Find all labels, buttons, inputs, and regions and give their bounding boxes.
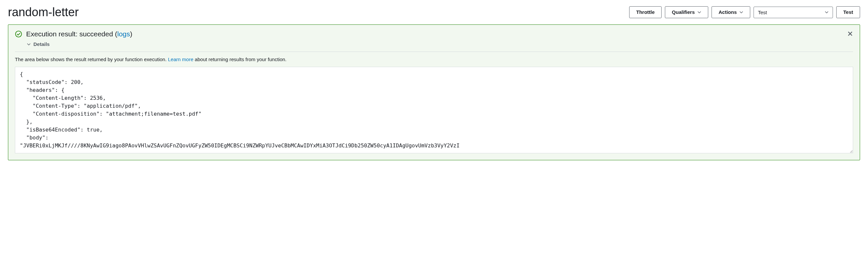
result-title: Execution result: succeeded (logs): [26, 30, 132, 38]
details-label: Details: [33, 41, 50, 47]
details-toggle[interactable]: Details: [27, 41, 50, 47]
actions-button[interactable]: Actions: [712, 6, 750, 18]
success-icon: [15, 30, 22, 38]
result-title-prefix: Execution result: succeeded (: [26, 30, 117, 38]
result-code-output[interactable]: { "statusCode": 200, "headers": { "Conte…: [15, 67, 853, 153]
chevron-down-icon: [739, 10, 743, 14]
test-event-selected: Test: [758, 9, 767, 15]
test-button-label: Test: [843, 9, 853, 15]
throttle-button[interactable]: Throttle: [629, 6, 661, 18]
learn-more-link[interactable]: Learn more: [168, 57, 193, 62]
result-header: Execution result: succeeded (logs): [15, 30, 853, 38]
logs-link[interactable]: logs: [117, 30, 130, 38]
chevron-down-icon: [27, 42, 31, 46]
throttle-label: Throttle: [636, 9, 655, 15]
svg-point-0: [16, 31, 22, 37]
actions-label: Actions: [718, 9, 737, 15]
function-title: random-letter: [8, 5, 79, 19]
chevron-down-icon: [825, 9, 829, 15]
header-row: random-letter Throttle Qualifiers Action…: [8, 5, 860, 19]
divider: [15, 52, 853, 52]
result-description: The area below shows the result returned…: [15, 57, 853, 62]
close-button[interactable]: [846, 29, 855, 39]
qualifiers-button[interactable]: Qualifiers: [665, 6, 708, 18]
description-after: about returning results from your functi…: [193, 57, 286, 62]
description-before: The area below shows the result returned…: [15, 57, 168, 62]
header-actions: Throttle Qualifiers Actions Test Test: [629, 6, 860, 18]
execution-result-panel: Execution result: succeeded (logs) Detai…: [8, 25, 860, 160]
qualifiers-label: Qualifiers: [672, 9, 695, 15]
chevron-down-icon: [697, 10, 701, 14]
result-title-suffix: ): [130, 30, 132, 38]
test-event-select[interactable]: Test: [753, 7, 833, 18]
close-icon: [847, 31, 853, 38]
test-button[interactable]: Test: [836, 6, 860, 18]
